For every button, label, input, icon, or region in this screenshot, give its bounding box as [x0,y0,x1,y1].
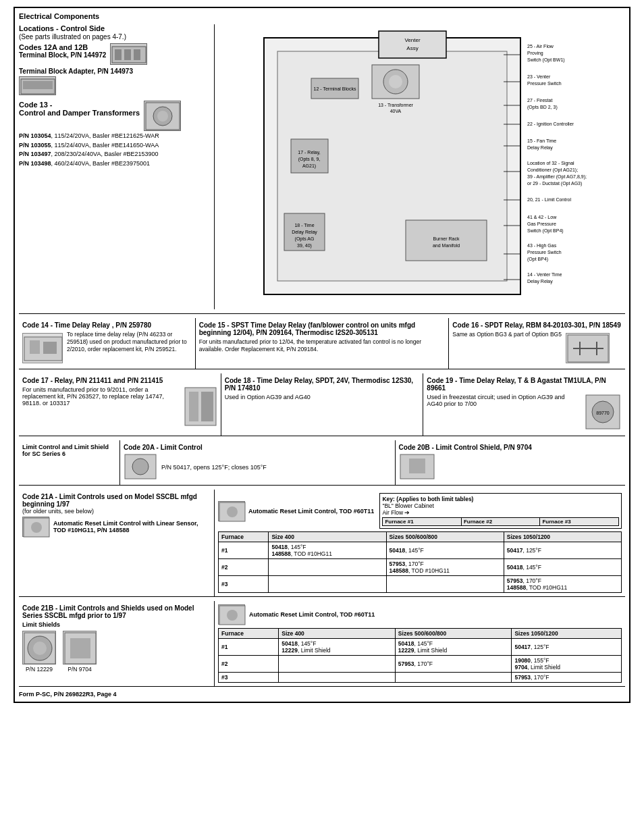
key-table-grid: Furnace #1 Furnace #2 Furnace #3 [382,517,619,526]
svg-text:Gas Pressure: Gas Pressure [527,221,556,226]
key-table-title: Key: (Applies to both limit tables) [382,496,619,502]
t21b-h-s500: Sizes 500/600/800 [395,629,512,639]
svg-text:40VA: 40VA [390,109,402,113]
key-furnace2-header: Furnace #2 [461,518,540,526]
t21a-r1-furnace: #1 [219,542,269,559]
t21b-r3-s500 [395,673,512,683]
svg-text:25 - Air Flow: 25 - Air Flow [527,44,554,49]
svg-text:(Opts BD 2, 3): (Opts BD 2, 3) [527,105,558,110]
svg-text:12 - Terminal Blocks: 12 - Terminal Blocks [314,86,356,91]
svg-text:Delay Relay: Delay Relay [527,279,553,284]
svg-text:22 - Ignition Controller: 22 - Ignition Controller [527,122,574,127]
svg-rect-2 [124,49,131,60]
t21b-h-furnace: Furnace [219,629,279,639]
svg-text:AG21): AG21) [302,163,316,169]
svg-rect-67 [30,340,40,354]
t21a-r2-s1050: 50418, 145°F [504,559,621,576]
svg-text:14 - Venter Time: 14 - Venter Time [527,272,562,277]
code-15-title: Code 15 - SPST Time Delay Relay (fan/blo… [199,321,446,336]
auto-reset-right-image [218,501,245,521]
code-21b-images: P/N 12229 P/N 9704 [22,631,211,673]
svg-point-16 [389,75,402,88]
code-13-line2: P/N 103055, 115/24/40VA, Basler #BE14165… [19,142,209,150]
svg-text:17 - Relay,: 17 - Relay, [298,150,320,155]
code-21b-right: Automatic Reset Limit Control, TOD #60T1… [215,601,625,686]
diagram-area: Venter Assy 13 - Transformer 40VA 12 - T… [220,24,625,309]
code-21a-sub: (for older units, see below) [22,508,211,515]
code-17-cell: Code 17 - Relay, P/N 211411 and P/N 2114… [19,373,221,436]
auto-reset-right-label: Automatic Reset Limit Control, TOD #60T1… [248,508,374,515]
t21a-r3-s500 [386,576,504,593]
svg-text:27 - Firestat: 27 - Firestat [527,98,552,103]
code-13-title: Code 13 - [19,101,140,109]
t21a-h-s1050: Sizes 1050/1200 [504,532,621,542]
key-furnace3-header: Furnace #3 [540,518,619,526]
code-18-cell: Code 18 - Time Delay Relay, SPDT, 24V, T… [221,373,424,436]
code-20a-body: P/N 50417, opens 125°F; closes 105°F [161,464,267,471]
svg-rect-75 [201,392,213,421]
svg-text:and Manifold: and Manifold [433,243,460,248]
code-14-cell: Code 14 - Time Delay Relay , P/N 259780 … [19,318,196,369]
left-column: Locations - Control Side (See parts illu… [19,24,215,309]
limit-shields-label: Limit Shields [22,621,211,628]
pn-12229-label: P/N 12229 [22,666,56,673]
page-container: Electrical Components Locations - Contro… [14,7,630,703]
pn-12229-image [22,631,56,664]
t21a-r1-s500: 50418, 145°F [386,542,504,559]
table-row: #2 57953, 170°F148588, TOD #10HG11 50418… [219,559,622,576]
svg-rect-91 [70,638,90,658]
code-21b-auto-reset-row: Automatic Reset Limit Control, TOD #60T1… [218,604,622,625]
code-21a-title: Code 21A - Limit Controls used on Model … [22,493,211,508]
t21a-h-furnace: Furnace [219,532,269,542]
code-20b-title: Code 20B - Limit Control Shield, P/N 970… [399,444,622,451]
code-19-title: Code 19 - Time Delay Relay, T & B Agasta… [427,377,622,392]
svg-rect-3 [134,49,140,60]
svg-rect-68 [43,342,57,354]
svg-point-86 [227,506,238,517]
svg-text:Location of 32 - Signal: Location of 32 - Signal [527,161,574,166]
code-19-body: Used in freezestat circuit; used in Opti… [427,394,581,407]
svg-text:Burner Rack: Burner Rack [433,236,460,241]
code-21b-left: Code 21B - Limit Controls and Shields us… [19,601,215,686]
svg-text:Delay Relay: Delay Relay [527,145,553,151]
code-20a-image [124,453,157,481]
pn-9704-label: P/N 9704 [63,666,97,673]
code-19-cell: Code 19 - Time Delay Relay, T & B Agasta… [423,373,625,436]
location-header: Locations - Control Side (See parts illu… [19,24,209,41]
code-13-block: Code 13 - Control and Damper Transformer… [19,101,209,168]
svg-text:Pressure Switch: Pressure Switch [527,81,562,86]
auto-reset-right-row: Automatic Reset Limit Control, TOD #60T1… [218,493,622,529]
code-12-sub1: Terminal Block, P/N 144972 [19,51,106,59]
svg-text:Proving: Proving [527,51,543,56]
code-14-15-16-row: Code 14 - Time Delay Relay , P/N 259780 … [19,318,625,369]
code-19-image: 89770 [585,394,622,432]
svg-text:Switch (Opt BW1): Switch (Opt BW1) [527,57,565,63]
code-12-block: Codes 12A and 12B Terminal Block, P/N 14… [19,43,209,95]
key-furnace1-header: Furnace #1 [383,518,462,526]
auto-reset-label: Automatic Reset Limit Control with Linea… [53,520,211,533]
svg-point-8 [157,111,168,122]
svg-text:43 - High Gas: 43 - High Gas [527,243,557,249]
t21b-r1-s400: 50418, 145°F12229, Limit Shield [279,639,396,656]
svg-text:Conditioner (Opt AG21);: Conditioner (Opt AG21); [527,167,578,173]
svg-rect-11 [379,31,446,58]
terminal-block-image [110,43,147,65]
code-18-body: Used in Option AG39 and AG40 [225,394,420,400]
svg-text:Pressure Switch: Pressure Switch [527,250,562,255]
table-row: #2 57953, 170°F 19080, 155°F9704, Limit … [219,656,622,673]
diagram-svg: Venter Assy 13 - Transformer 40VA 12 - T… [220,24,625,308]
code-21a-row: Code 21A - Limit Controls used on Model … [19,490,625,597]
code-14-image [22,333,63,363]
code-12-sub2: Terminal Block Adapter, P/N 144973 [19,68,209,75]
top-section: Locations - Control Side (See parts illu… [19,24,625,314]
t21a-r2-s500: 57953, 170°F148588, TOD #10HG11 [386,559,504,576]
code-12-title: Codes 12A and 12B [19,43,106,51]
t21b-h-s400: Size 400 [279,629,396,639]
code-20b-cell: Code 20B - Limit Control Shield, P/N 970… [396,440,625,485]
t21b-r3-s1050: 57953, 170°F [512,673,622,683]
svg-text:23 - Venter: 23 - Venter [527,74,551,79]
svg-rect-1 [115,49,122,60]
key-bl-blower: "BL" Blower Cabinet [382,502,619,509]
svg-text:(Opts 8, 9,: (Opts 8, 9, [298,157,321,162]
table-21a: Furnace Size 400 Sizes 500/600/800 Sizes… [218,531,622,593]
